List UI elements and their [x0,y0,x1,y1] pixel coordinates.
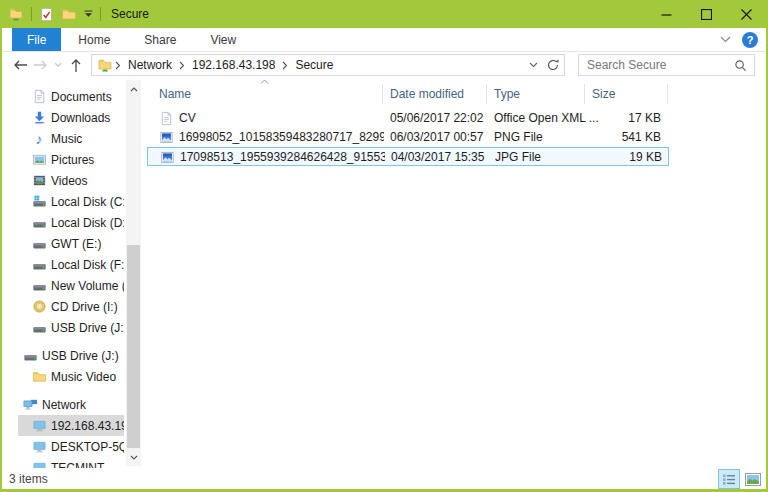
details-view-button[interactable] [718,469,740,489]
file-date-modified: 06/03/2017 00:57 [390,128,483,147]
forward-icon[interactable] [30,55,50,75]
sidebar-item-local-disk-f[interactable]: Local Disk (F:) [18,254,124,275]
navigation-pane: Documents Downloads ♪Music Pictures Vide… [2,78,126,468]
music-note-icon: ♪ [31,131,47,147]
minimize-icon[interactable] [646,0,686,28]
drive-icon [31,278,47,294]
refresh-icon[interactable] [542,55,564,75]
item-count: 3 items [2,472,48,486]
expand-ribbon-chevron-icon[interactable] [720,36,731,43]
network-icon [22,397,38,413]
breadcrumb-network[interactable]: Network [123,58,177,72]
sidebar-item-downloads[interactable]: Downloads [18,107,124,128]
help-icon[interactable]: ? [742,32,758,48]
tab-file[interactable]: File [12,28,61,51]
sidebar-item-cd-drive-i[interactable]: CD Drive (I:) [18,296,124,317]
sidebar-item-documents[interactable]: Documents [18,86,124,107]
address-bar[interactable]: Network 192.168.43.198 Secure [91,54,565,76]
sidebar-item-local-disk-d[interactable]: Local Disk (D:) [18,212,124,233]
scrollbar-thumb[interactable] [127,245,140,448]
drive-icon [22,348,38,364]
video-icon [31,173,47,189]
qat-dropdown-icon[interactable] [84,10,93,18]
column-header-name[interactable]: Name [146,84,383,104]
breadcrumb-host[interactable]: 192.168.43.198 [187,58,280,72]
toolbar-separator [100,7,101,21]
column-header-size[interactable]: Size [585,84,668,104]
file-name: 16998052_10158359483280717_829954104... [179,128,384,147]
breadcrumb-chevron-icon[interactable] [280,61,290,70]
file-row-cv[interactable]: CV 05/06/2017 22:02 Office Open XML ... … [147,109,669,128]
sidebar-item-usb-drive-j[interactable]: USB Drive (J:) [18,317,124,338]
file-date-modified: 04/03/2017 15:35 [391,148,484,167]
sidebar-item-network[interactable]: Network [18,394,124,415]
tab-view[interactable]: View [193,28,253,51]
breadcrumb-chevron-icon[interactable] [113,61,123,70]
document-icon [31,89,47,105]
window-border-left [0,28,2,492]
image-file-icon [160,150,175,165]
network-folder-icon [97,57,113,73]
file-size: 19 KB [586,148,662,167]
sidebar-item-videos[interactable]: Videos [18,170,124,191]
sidebar-item-usb-drive-j-root[interactable]: USB Drive (J:) [18,345,124,366]
up-icon[interactable] [66,55,86,75]
sidebar-item-pictures[interactable]: Pictures [18,149,124,170]
breadcrumb-chevron-icon[interactable] [177,61,187,70]
recent-locations-chevron-icon[interactable] [50,55,66,75]
scroll-down-icon[interactable] [126,450,141,464]
window-title: Secure [111,7,149,21]
back-icon[interactable] [10,55,30,75]
folder-icon [31,369,47,385]
file-row-png[interactable]: 16998052_10158359483280717_829954104... … [147,128,669,147]
sidebar-item-music[interactable]: ♪Music [18,128,124,149]
column-header-type[interactable]: Type [487,84,585,104]
window-controls [646,0,766,28]
scroll-up-icon[interactable] [126,82,141,96]
close-icon[interactable] [726,0,766,28]
new-folder-icon[interactable] [61,6,77,22]
file-row-jpg-selected[interactable]: 17098513_1955939284626428_9155377357... … [147,147,669,166]
file-list-pane: Name Date modified Type Size CV 05/06/20… [146,78,766,468]
tab-share[interactable]: Share [127,28,193,51]
large-icons-view-button[interactable] [742,469,764,489]
navigation-bar: Network 192.168.43.198 Secure [2,52,766,78]
sidebar-item-192-168-43-198[interactable]: 192.168.43.198 [18,415,124,436]
file-name: CV [179,109,384,128]
quick-access-toolbar [0,6,101,22]
drive-icon [31,320,47,336]
properties-check-icon[interactable] [39,7,54,22]
address-dropdown-chevron-icon[interactable] [524,55,542,75]
drive-icon [31,257,47,273]
sidebar-scrollbar[interactable] [126,80,141,466]
sidebar-item-desktop-5qcn[interactable]: DESKTOP-5QCN [18,436,124,457]
drive-icon [31,236,47,252]
sidebar-item-gwt-e[interactable]: GWT (E:) [18,233,124,254]
system-drive-icon [31,194,47,210]
search-box[interactable] [578,54,755,76]
toolbar-separator [31,7,32,21]
sidebar-item-tecmint[interactable]: TECMINT [18,457,124,468]
file-size: 17 KB [585,109,661,128]
sidebar-item-new-volume-g[interactable]: New Volume (G:) [18,275,124,296]
explorer-app-icon [8,6,24,22]
file-type: Office Open XML ... [494,109,599,128]
search-icon[interactable] [734,59,754,72]
file-date-modified: 05/06/2017 22:02 [390,109,483,128]
file-type: PNG File [494,128,543,147]
sidebar-item-local-disk-c[interactable]: Local Disk (C:) [18,191,124,212]
file-name: 17098513_1955939284626428_9155377357... [180,148,385,167]
file-type: JPG File [495,148,541,167]
image-file-icon [159,130,174,145]
column-header-date-modified[interactable]: Date modified [383,84,487,104]
maximize-icon[interactable] [686,0,726,28]
sidebar-item-music-video[interactable]: Music Video [18,366,124,387]
title-bar[interactable]: Secure [0,0,768,28]
document-icon [159,111,174,126]
cd-icon [31,299,47,315]
drive-icon [31,215,47,231]
search-input[interactable] [579,58,734,72]
picture-icon [31,152,47,168]
breadcrumb-secure[interactable]: Secure [290,58,338,72]
tab-home[interactable]: Home [61,28,127,51]
